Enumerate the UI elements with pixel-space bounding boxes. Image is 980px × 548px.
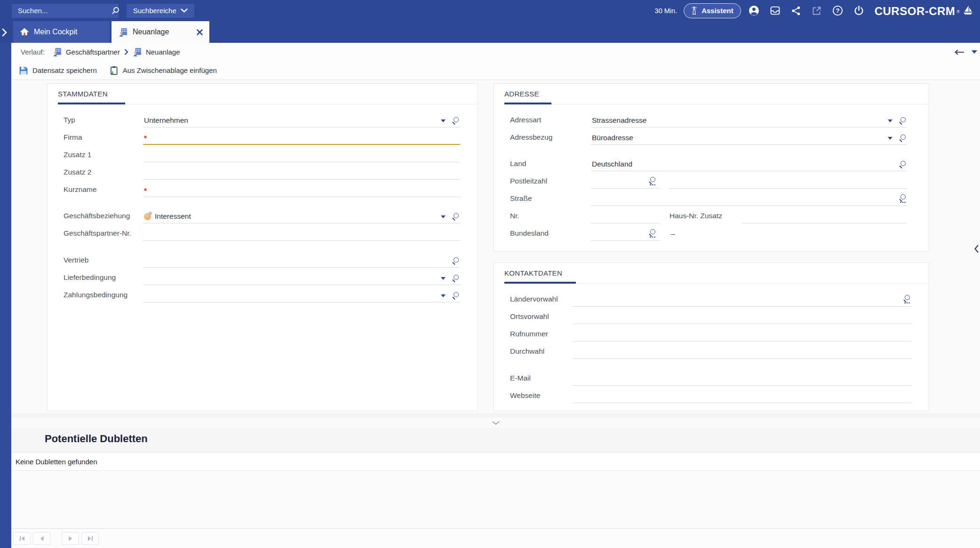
- tab-label: Mein Cockpit: [34, 28, 77, 36]
- global-search[interactable]: [12, 4, 119, 18]
- account-icon[interactable]: [749, 5, 759, 16]
- geschaeftsbeziehung-input[interactable]: Interessent: [143, 209, 460, 223]
- zusatz1-input[interactable]: [143, 148, 460, 162]
- lookup-icon[interactable]: [899, 117, 906, 125]
- history-dropdown-icon[interactable]: [972, 50, 977, 54]
- lookup-icon[interactable]: [899, 135, 906, 142]
- dropdown-arrow-icon[interactable]: [888, 119, 892, 122]
- assistant-button[interactable]: Assistent: [684, 3, 741, 18]
- laendervorwahl-input[interactable]: [572, 292, 911, 307]
- previous-page-button[interactable]: [33, 532, 50, 545]
- tab-close-icon[interactable]: [197, 29, 203, 35]
- lookup-autocomplete-icon[interactable]: [903, 295, 910, 304]
- dropdown-arrow-icon[interactable]: [441, 294, 446, 297]
- lighthouse-icon: [691, 6, 697, 15]
- session-timer: 30 Min.: [655, 7, 677, 15]
- collapsed-sidebar[interactable]: [0, 43, 11, 548]
- topbar-actions: 30 Min. Assistent ? CURSOR-CRM ®: [655, 3, 975, 18]
- postleitzahl-input[interactable]: [591, 174, 660, 189]
- field-value: Büroadresse: [592, 134, 633, 142]
- adressart-input[interactable]: Strassenadresse: [591, 113, 907, 127]
- field-row-typ: Typ Unternehmen: [64, 110, 460, 127]
- chevron-down-icon: [181, 8, 188, 13]
- kurzname-input[interactable]: *: [143, 183, 460, 197]
- paste-clipboard-button[interactable]: Aus Zwischenablage einfügen: [109, 66, 217, 75]
- field-label: Webseite: [510, 391, 572, 403]
- section-header: ADRESSE: [494, 84, 929, 104]
- field-row-nr: Nr. Haus-Nr. Zusatz: [510, 206, 907, 223]
- adressbezug-input[interactable]: Büroadresse: [591, 130, 907, 145]
- land-input[interactable]: Deutschland: [591, 157, 907, 171]
- tab-mein-cockpit[interactable]: Mein Cockpit: [13, 21, 110, 43]
- vertrieb-input[interactable]: [143, 253, 460, 268]
- dubletten-panel: Potentielle Dubletten Keine Dubletten ge…: [11, 413, 980, 548]
- lookup-icon[interactable]: [452, 292, 459, 300]
- search-input[interactable]: [12, 7, 112, 15]
- field-row-ortsvorwahl: Ortsvorwahl: [510, 307, 911, 324]
- share-icon[interactable]: [791, 6, 801, 16]
- business-partner-icon: [53, 48, 62, 56]
- field-row-zusatz1: Zusatz 1: [64, 145, 460, 162]
- breadcrumb-separator-icon: [124, 49, 128, 55]
- external-link-icon[interactable]: [812, 6, 822, 16]
- zahlungsbedingung-input[interactable]: [143, 288, 460, 302]
- breadcrumb-item-neuanlage[interactable]: Neuanlage: [133, 48, 180, 56]
- splitter-chevron-icon: [492, 421, 500, 425]
- field-label: Lieferbedingung: [64, 273, 143, 285]
- field-label: E-Mail: [510, 374, 572, 386]
- sidebar-expand-icon[interactable]: [1, 27, 11, 38]
- typ-input[interactable]: Unternehmen: [143, 113, 460, 127]
- section-title: STAMMDATEN: [58, 90, 108, 98]
- right-panel-collapse-icon[interactable]: [974, 245, 979, 253]
- section-underline: [504, 282, 929, 284]
- search-icon[interactable]: [112, 7, 120, 15]
- rufnummer-input[interactable]: [572, 327, 911, 342]
- ortsvorwahl-input[interactable]: [572, 310, 911, 324]
- geschaeftspartner-nr-input[interactable]: [143, 226, 460, 241]
- lookup-autocomplete-icon[interactable]: [899, 194, 906, 204]
- lookup-icon[interactable]: [452, 257, 459, 265]
- hausnr-input[interactable]: [591, 209, 660, 223]
- strasse-input[interactable]: [591, 191, 907, 206]
- webseite-input[interactable]: [572, 389, 911, 403]
- first-page-button[interactable]: [13, 532, 31, 545]
- hausnr-zusatz-input[interactable]: [741, 209, 907, 223]
- dropdown-arrow-icon[interactable]: [888, 137, 892, 140]
- sailboat-icon: [962, 5, 973, 16]
- inbox-icon[interactable]: [770, 5, 781, 16]
- lookup-icon[interactable]: [452, 117, 459, 125]
- lookup-icon[interactable]: [899, 161, 906, 168]
- lookup-autocomplete-icon[interactable]: [648, 177, 656, 186]
- logout-power-icon[interactable]: [853, 5, 864, 16]
- firma-input[interactable]: *: [143, 130, 460, 145]
- lookup-icon[interactable]: [452, 275, 459, 282]
- lookup-icon[interactable]: [452, 213, 459, 221]
- field-label: Vertrieb: [64, 256, 143, 268]
- zusatz2-input[interactable]: [143, 165, 460, 180]
- last-page-button[interactable]: [81, 532, 99, 545]
- assistant-label: Assistent: [701, 7, 733, 15]
- tab-neuanlage[interactable]: Neuanlage: [112, 21, 209, 43]
- breadcrumb-item-geschaeftspartner[interactable]: Geschäftspartner: [53, 48, 120, 56]
- lieferbedingung-input[interactable]: [143, 270, 460, 285]
- section-underline: [504, 103, 929, 104]
- breadcrumb-actions: [954, 49, 977, 56]
- history-back-icon[interactable]: [954, 49, 965, 56]
- email-input[interactable]: [572, 371, 911, 386]
- dropdown-arrow-icon[interactable]: [441, 277, 446, 280]
- lookup-autocomplete-icon[interactable]: [648, 229, 656, 238]
- next-page-button[interactable]: [62, 532, 79, 545]
- dropdown-arrow-icon[interactable]: [441, 119, 446, 122]
- field-row-adressart: Adressart Strassenadresse: [510, 110, 907, 127]
- bundesland-input[interactable]: [591, 226, 660, 241]
- durchwahl-input[interactable]: [572, 344, 911, 359]
- search-scope-button[interactable]: Suchbereiche: [127, 4, 194, 18]
- splitter[interactable]: [11, 418, 980, 428]
- dropdown-arrow-icon[interactable]: [441, 215, 446, 218]
- save-record-button[interactable]: Datensatz speichern: [19, 66, 97, 75]
- field-label: Ortsvorwahl: [510, 312, 572, 324]
- breadcrumb-prefix: Verlauf:: [21, 48, 45, 56]
- section-adresse: ADRESSE Adressart Strassenadresse Adress…: [494, 83, 929, 252]
- help-icon[interactable]: ?: [832, 5, 843, 16]
- ort-input[interactable]: [668, 174, 907, 189]
